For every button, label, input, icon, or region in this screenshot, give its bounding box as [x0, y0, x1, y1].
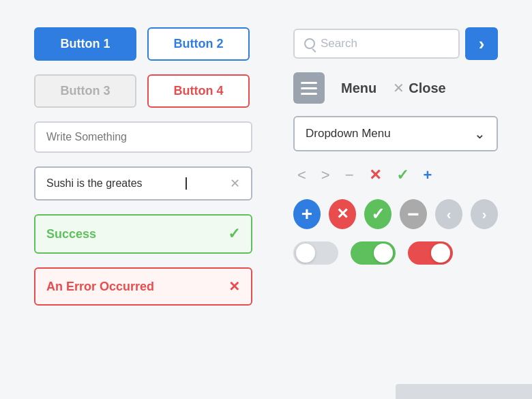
- search-row: Search ›: [293, 27, 498, 60]
- bottom-scroll-bar[interactable]: [396, 384, 532, 399]
- error-close-icon[interactable]: ✕: [228, 278, 240, 295]
- error-status-box: An Error Occurred ✕: [34, 267, 252, 306]
- toggle-row: [293, 241, 498, 265]
- plus-icon[interactable]: +: [424, 166, 432, 184]
- menu-bar-3: [301, 93, 317, 95]
- success-check-icon: ✓: [228, 225, 240, 243]
- success-status-box: Success ✓: [34, 214, 252, 254]
- circle-next-icon: ›: [482, 207, 487, 222]
- button-1[interactable]: Button 1: [34, 27, 136, 61]
- circle-check-icon: ✓: [371, 205, 385, 224]
- filled-input-text: Sushi is the greates: [46, 177, 143, 190]
- minus-icon[interactable]: −: [345, 166, 354, 184]
- right-column: Search › Menu ✕ Close Dropdown Menu ⌄: [293, 27, 498, 372]
- toggle-knob-red: [431, 243, 450, 263]
- search-icon: [304, 38, 315, 49]
- button-row-1: Button 1 Button 2: [34, 27, 252, 61]
- chevron-down-icon: ⌄: [474, 125, 486, 142]
- toggle-off[interactable]: [293, 241, 338, 265]
- search-input-box[interactable]: Search: [293, 29, 460, 59]
- button-2[interactable]: Button 2: [147, 27, 250, 61]
- left-column: Button 1 Button 2 Button 3 Button 4 Sush…: [34, 27, 252, 372]
- button-4[interactable]: Button 4: [147, 74, 250, 108]
- success-label: Success: [46, 227, 96, 241]
- circle-prev-icon: ‹: [447, 207, 452, 222]
- filled-text-input[interactable]: Sushi is the greates ✕: [34, 166, 252, 201]
- circle-next-button[interactable]: ›: [471, 199, 498, 229]
- add-icon: +: [301, 205, 312, 224]
- circle-minus-button[interactable]: −: [400, 199, 427, 229]
- menu-bar-1: [301, 82, 317, 84]
- dropdown-label: Dropdown Menu: [306, 127, 391, 141]
- circle-prev-button[interactable]: ‹: [435, 199, 462, 229]
- menu-close-row: Menu ✕ Close: [293, 72, 498, 104]
- menu-bar-2: [301, 87, 317, 89]
- close-button[interactable]: ✕ Close: [393, 80, 445, 96]
- filled-input-row: Sushi is the greates ✕: [34, 166, 252, 201]
- next-icon[interactable]: >: [321, 166, 330, 184]
- empty-text-input[interactable]: [34, 121, 252, 153]
- icon-row: < > − ✕ ✓ +: [293, 164, 498, 187]
- close-label: Close: [409, 80, 445, 96]
- toggle-knob-green: [374, 243, 393, 263]
- empty-input-row: [34, 121, 252, 153]
- search-arrow-icon: ›: [479, 33, 485, 55]
- clear-icon[interactable]: ✕: [230, 176, 240, 191]
- remove-icon: ✕: [336, 205, 349, 223]
- check-icon[interactable]: ✓: [396, 166, 409, 184]
- error-label: An Error Occurred: [46, 280, 154, 294]
- x-icon[interactable]: ✕: [369, 166, 381, 184]
- toggle-on-red[interactable]: [408, 241, 453, 265]
- button-row-2: Button 3 Button 4: [34, 74, 252, 108]
- circle-remove-button[interactable]: ✕: [329, 199, 356, 229]
- search-submit-button[interactable]: ›: [465, 27, 498, 60]
- circle-icon-row: + ✕ ✓ − ‹ ›: [293, 199, 498, 229]
- circle-add-button[interactable]: +: [293, 199, 321, 229]
- circle-minus-icon: −: [407, 204, 419, 224]
- menu-label[interactable]: Menu: [341, 80, 376, 96]
- circle-check-button[interactable]: ✓: [364, 199, 391, 229]
- menu-icon-button[interactable]: [293, 72, 325, 104]
- prev-icon[interactable]: <: [297, 166, 306, 184]
- dropdown-menu[interactable]: Dropdown Menu ⌄: [293, 116, 498, 151]
- cursor: [186, 177, 187, 190]
- toggle-knob-off: [296, 243, 315, 263]
- toggle-on-green[interactable]: [351, 241, 396, 265]
- search-placeholder-text: Search: [321, 37, 357, 50]
- button-3: Button 3: [34, 74, 136, 108]
- close-x-icon: ✕: [393, 80, 404, 96]
